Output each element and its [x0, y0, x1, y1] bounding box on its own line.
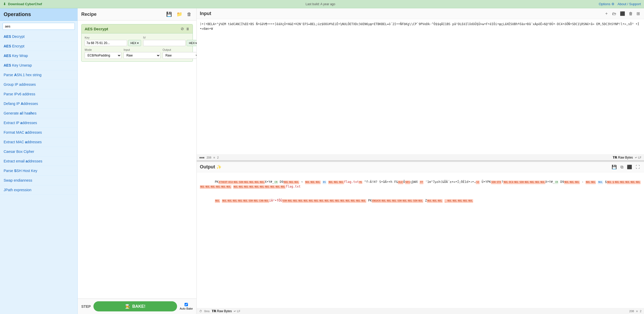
input-panel: Input ＋ 🗁 ⬛ 🗑 ⊞ )•(•BELA•°ý%EM tàdCAN[İ%… [197, 8, 644, 161]
about-link[interactable]: About / Support [618, 2, 641, 6]
output-lines: 2 [640, 310, 641, 313]
search-area [0, 21, 77, 32]
bake-button[interactable]: 👨‍🍳 BAKE! [93, 301, 177, 311]
main-layout: Operations AES Decrypt AES Encrypt AES K… [0, 8, 644, 314]
key-input[interactable] [85, 40, 127, 46]
sidebar-list: AES Decrypt AES Encrypt AES Key Wrap AES… [0, 32, 77, 314]
recipe-save-button[interactable]: 💾 [165, 11, 173, 18]
bake-label: BAKE! [132, 304, 145, 309]
recipe-content: AES Decrypt ⊘ ⏸ Key HEX ▾ [78, 20, 196, 298]
output-footer-left: ⏱ 0ms 𝗧𝗥 Raw Bytes ↵ LF [199, 309, 240, 313]
sidebar-item-aes-key-wrap[interactable]: AES Key Wrap [0, 51, 77, 61]
sidebar-item-extract-mac[interactable]: Extract MAC addresses [0, 137, 77, 147]
topbar: ⬇ Download CyberChef Last build: A year … [0, 0, 644, 8]
sidebar-item-aes-key-unwrap[interactable]: AES Key Unwrap [0, 61, 77, 70]
input-footer-right: 𝗧𝗥 Raw Bytes ↵ LF [613, 156, 641, 159]
mode-field: Mode ECB/NoPadding CBC/PKCS7 [85, 48, 121, 59]
input-line-ending: ↵ LF [635, 156, 641, 159]
sidebar: Operations AES Decrypt AES Encrypt AES K… [0, 8, 78, 314]
input-add-button[interactable]: ＋ [603, 10, 610, 17]
topbar-left: ⬇ Download CyberChef [3, 2, 42, 6]
sidebar-item-parse-asn1[interactable]: Parse ASN.1 hex string [0, 70, 77, 80]
input-encoding-field: Input Raw Hex Base64 [123, 48, 160, 59]
mode-input-output-row: Mode ECB/NoPadding CBC/PKCS7 Input Raw H… [85, 48, 196, 59]
input-label: Input [123, 48, 160, 51]
recipe-header: Recipe 💾 📁 🗑 [78, 8, 196, 20]
sidebar-item-aes-encrypt[interactable]: AES Encrypt [0, 41, 77, 51]
bake-icon: 👨‍🍳 [125, 304, 130, 309]
input-title: Input [200, 11, 211, 16]
iv-format-button[interactable]: HEX ▾ [187, 40, 196, 46]
output-title: Output ✨ [200, 164, 222, 170]
output-header: Output ✨ 💾 ⧉ ⬛ ⛶ [197, 162, 644, 172]
input-actions: ＋ 🗁 ⬛ 🗑 ⊞ [603, 10, 641, 17]
iv-input[interactable] [143, 40, 186, 46]
sidebar-item-defang-ip[interactable]: Defang IP Addresses [0, 99, 77, 109]
sidebar-item-generate-hashes[interactable]: Generate all hashes [0, 109, 77, 118]
input-switch-button[interactable]: ⊞ [635, 10, 641, 17]
output-switch-button[interactable]: ⬛ [626, 164, 633, 170]
input-open-folder-button[interactable]: ⬛ [619, 10, 626, 17]
sidebar-item-extract-email[interactable]: Extract email addresses [0, 156, 77, 166]
sidebar-item-group-ip[interactable]: Group IP addresses [0, 80, 77, 89]
output-line-ending: ↵ LF [234, 310, 240, 313]
op-collapse-button[interactable]: ⏸ [186, 26, 189, 31]
recipe-load-button[interactable]: 📁 [175, 11, 184, 18]
op-card-title: AES Decrypt [85, 27, 108, 31]
output-label: Output [163, 48, 196, 51]
mode-select[interactable]: ECB/NoPadding CBC/PKCS7 [85, 52, 121, 59]
op-card-body: Key HEX ▾ IV HEX ▾ [82, 33, 193, 61]
output-magic-icon: ✨ [216, 165, 222, 169]
aes-decrypt-card: AES Decrypt ⊘ ⏸ Key HEX ▾ [81, 24, 193, 62]
auto-bake-checkbox[interactable] [185, 303, 188, 306]
output-bytes: 208 [629, 310, 634, 313]
sidebar-item-swap-endian[interactable]: Swap endianness [0, 176, 77, 185]
input-format-button[interactable]: 𝗧𝗥 Raw Bytes [613, 156, 633, 159]
output-fullscreen-button[interactable]: ⛶ [635, 164, 641, 170]
sidebar-item-caesar-box[interactable]: Caesar Box Cipher [0, 147, 77, 156]
sidebar-item-extract-ip[interactable]: Extract IP addresses [0, 118, 77, 128]
input-clear-button[interactable]: 🗑 [628, 10, 634, 17]
input-select[interactable]: Raw Hex Base64 [123, 52, 160, 59]
output-time: 0ms [204, 310, 210, 313]
options-link[interactable]: Options ⚙ [599, 2, 614, 6]
download-label[interactable]: Download CyberChef [8, 2, 42, 6]
output-save-button[interactable]: 💾 [611, 164, 618, 170]
input-lines-icon: ≡ [213, 156, 215, 159]
sidebar-item-format-mac[interactable]: Format MAC addresses [0, 128, 77, 137]
output-footer-right: 208 ≡ 2 [629, 310, 641, 313]
recipe-actions: 💾 📁 🗑 [165, 11, 193, 18]
key-field-row: HEX ▾ [85, 40, 141, 46]
auto-bake: Auto Bake [180, 303, 193, 310]
iv-field-row: HEX ▾ [143, 40, 196, 46]
input-textarea[interactable]: )•(•BELA•°ý%EM tàdCAN[İ%EE•BS Ñ•Gä%¶••••… [197, 19, 644, 154]
sidebar-item-parse-ssh[interactable]: Parse SSH Host Key [0, 166, 77, 176]
input-open-button[interactable]: 🗁 [611, 10, 617, 17]
step-label: STEP [81, 304, 91, 309]
output-encoding-field: Output Raw Hex Base64 [163, 48, 196, 59]
download-icon: ⬇ [3, 2, 6, 6]
op-disable-button[interactable]: ⊘ [181, 26, 184, 31]
output-actions: 💾 ⧉ ⬛ ⛶ [611, 164, 641, 170]
gear-icon: ⚙ [611, 2, 614, 6]
auto-bake-label: Auto Bake [180, 307, 193, 310]
sidebar-item-jpath[interactable]: JPath expression [0, 185, 77, 195]
output-footer: ⏱ 0ms 𝗧𝗥 Raw Bytes ↵ LF 208 ≡ 2 [197, 308, 644, 314]
output-copy-button[interactable]: ⧉ [619, 164, 624, 170]
key-format-button[interactable]: HEX ▾ [128, 40, 141, 46]
output-format-button[interactable]: 𝗧𝗥 Raw Bytes [212, 309, 232, 313]
iv-field: IV HEX ▾ [143, 36, 196, 46]
op-card-header: AES Decrypt ⊘ ⏸ [82, 24, 193, 33]
recipe-title: Recipe [81, 12, 97, 17]
output-select[interactable]: Raw Hex Base64 [163, 52, 196, 59]
input-bytes-label: ■■■ [199, 156, 204, 159]
op-card-actions: ⊘ ⏸ [181, 26, 189, 31]
topbar-right: Options ⚙ About / Support [599, 2, 641, 6]
build-info: Last build: A year ago [305, 2, 335, 6]
sidebar-item-aes-decrypt[interactable]: AES Decrypt [0, 32, 77, 41]
input-bytes: 208 [207, 156, 211, 159]
input-lines: 2 [217, 156, 219, 159]
sidebar-item-parse-ipv6[interactable]: Parse IPv6 address [0, 89, 77, 99]
recipe-clear-button[interactable]: 🗑 [186, 11, 193, 18]
search-input[interactable] [3, 23, 75, 30]
